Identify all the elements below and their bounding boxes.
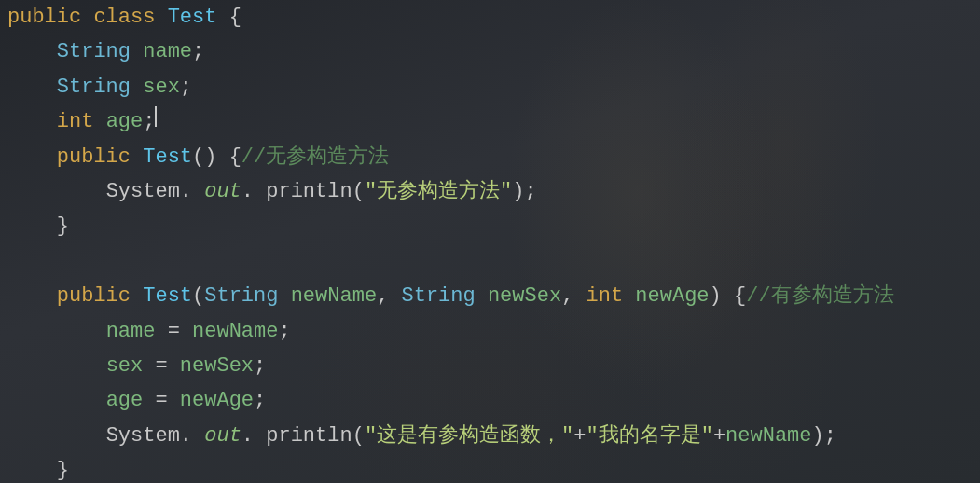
assign-new-age: newAge (180, 383, 254, 418)
type-string: String (57, 34, 131, 69)
constructor-name-2: Test (143, 279, 192, 313)
param-type-string-2: String (402, 279, 476, 313)
comment-with-param: //有参构造方法 (746, 279, 893, 313)
param-type-int: int (587, 279, 624, 313)
code-line-6: System . out . println ( "无参构造方法" ); (0, 174, 980, 209)
system-class: System (106, 174, 180, 209)
assign-name: name (106, 314, 156, 349)
param-new-age: newAge (635, 279, 709, 313)
constructor-name: Test (143, 140, 192, 174)
assign-new-sex: newSex (180, 349, 254, 383)
code-line-10: name = newName ; (0, 314, 980, 349)
comment-no-param: //无参构造方法 (242, 140, 389, 174)
code-line-7: } (0, 209, 980, 243)
println-method-2: println (266, 419, 352, 453)
text-cursor (155, 106, 157, 127)
code-line-5: public Test () { //无参构造方法 (0, 140, 980, 174)
code-line-8 (0, 244, 980, 279)
code-line-1: public class Test { (0, 0, 980, 34)
keyword-public-2: public (57, 140, 131, 174)
var-name: name (143, 34, 192, 69)
keyword-int: int (57, 104, 94, 139)
code-line-14: } (0, 453, 980, 483)
concat-new-name: newName (725, 419, 811, 453)
keyword-class: class (93, 0, 155, 34)
string-no-param: "无参构造方法" (365, 174, 512, 209)
println-method: println (266, 174, 352, 209)
assign-age: age (106, 383, 144, 418)
param-new-name: newName (291, 279, 377, 313)
code-line-13: System . out . println ( "这是有参构造函数，" + "… (0, 419, 980, 453)
type-string-2: String (57, 70, 131, 104)
code-line-12: age = newAge ; (0, 383, 980, 418)
code-line-2: String name ; (0, 34, 980, 69)
code-line-4: int age ; (0, 104, 980, 139)
param-new-sex: newSex (488, 279, 561, 313)
code-line-3: String sex ; (0, 70, 980, 104)
code-line-11: sex = newSex ; (0, 349, 980, 383)
keyword-public: public (7, 0, 81, 34)
string-with-param-1: "这是有参构造函数，" (365, 419, 573, 453)
out-field: out (204, 174, 242, 209)
code-editor: public class Test { String name ; String… (0, 0, 980, 483)
code-line-9: public Test ( String newName , String ne… (0, 279, 980, 313)
var-age: age (106, 104, 144, 139)
out-field-2: out (204, 419, 242, 453)
param-type-string-1: String (204, 279, 278, 313)
assign-sex: sex (106, 349, 144, 383)
system-class-2: System (106, 419, 180, 453)
assign-new-name: newName (192, 314, 278, 349)
keyword-public-3: public (57, 279, 131, 313)
var-sex: sex (143, 70, 180, 104)
string-with-param-2: "我的名字是" (587, 419, 713, 453)
class-name-test: Test (168, 0, 217, 34)
